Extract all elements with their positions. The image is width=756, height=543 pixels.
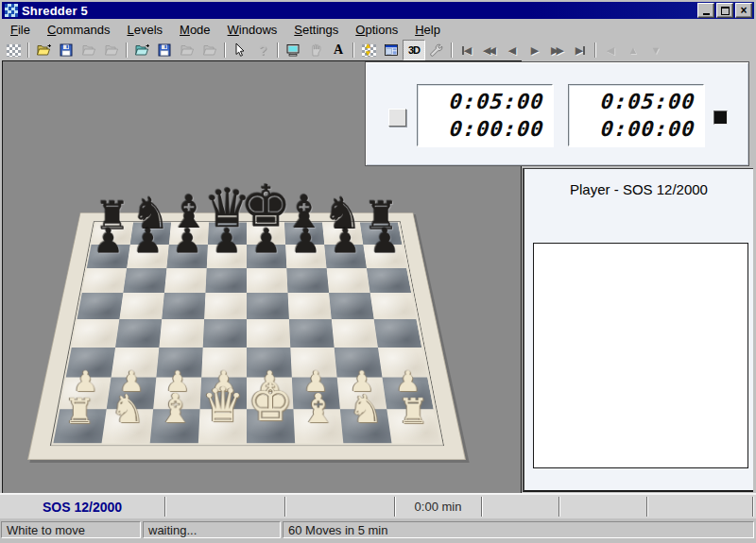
piece-white-rook[interactable]: ♜ xyxy=(398,394,429,429)
nav-first-icon: ◀ xyxy=(462,45,472,56)
menu-file[interactable]: File xyxy=(2,20,39,40)
black-side-indicator[interactable] xyxy=(713,110,728,125)
square-g6[interactable] xyxy=(327,268,370,293)
square-g5[interactable] xyxy=(329,293,374,319)
wrench-icon xyxy=(429,42,444,58)
nav-forward-fast-button[interactable]: ▶▶ xyxy=(546,40,569,60)
piece-black-pawn[interactable]: ♟ xyxy=(94,224,124,258)
square-c5[interactable] xyxy=(162,293,205,319)
piece-white-king[interactable]: ♚ xyxy=(248,378,294,429)
square-b4[interactable] xyxy=(115,319,162,348)
piece-white-knight[interactable]: ♞ xyxy=(111,390,146,429)
engine-output-bar: SOS 12/20000:00 min xyxy=(0,493,756,518)
save-game-button[interactable] xyxy=(55,40,77,60)
piece-white-queen[interactable]: ♛ xyxy=(201,381,244,428)
white-to-move-indicator[interactable] xyxy=(388,109,406,127)
nav-forward-button[interactable]: ▶ xyxy=(524,40,546,60)
engine-settings-button[interactable] xyxy=(425,40,448,60)
restore-icon xyxy=(721,7,730,15)
folder-icon xyxy=(36,42,51,58)
menu-levels[interactable]: Levels xyxy=(118,20,171,40)
flip-board-button[interactable]: ▲▼ xyxy=(357,40,380,60)
square-f6[interactable] xyxy=(286,268,329,293)
white-main-time: 0:05:00 xyxy=(449,89,546,115)
title-bar: Shredder 5 × xyxy=(2,2,754,19)
piece-cell: ♟ xyxy=(207,245,247,268)
piece-cell: ♟ xyxy=(285,245,326,268)
piece-cell: ♟ xyxy=(166,245,207,268)
square-c4[interactable] xyxy=(159,319,204,348)
restore-button[interactable] xyxy=(716,3,733,18)
flip-icon: ▲▼ xyxy=(362,44,376,57)
folder2-icon xyxy=(134,42,149,58)
nav-back-icon: ◀ xyxy=(607,45,614,56)
square-b6[interactable] xyxy=(123,268,166,293)
piece-white-rook[interactable]: ♜ xyxy=(64,394,95,429)
variation-up-button: ▲ xyxy=(622,40,644,60)
piece-black-pawn[interactable]: ♟ xyxy=(172,224,202,258)
window-layout-button[interactable] xyxy=(380,40,403,60)
square-d4[interactable] xyxy=(203,319,247,348)
piece-black-pawn[interactable]: ♟ xyxy=(251,224,282,258)
menu-windows[interactable]: Windows xyxy=(219,20,286,40)
white-clock-display: 0:05:00 0:00:00 xyxy=(417,84,553,146)
engine-segment-empty xyxy=(647,497,753,517)
piece-black-pawn[interactable]: ♟ xyxy=(369,224,400,258)
engine-window-button[interactable] xyxy=(282,40,304,60)
piece-black-pawn[interactable]: ♟ xyxy=(212,224,242,258)
open-game-button[interactable] xyxy=(32,40,55,60)
toolbar-separator xyxy=(592,42,599,59)
open-position-button[interactable] xyxy=(130,40,153,60)
select-cursor-button[interactable] xyxy=(229,40,251,60)
square-b5[interactable] xyxy=(119,293,164,319)
square-e5[interactable] xyxy=(247,293,289,319)
square-f5[interactable] xyxy=(288,293,332,319)
square-f4[interactable] xyxy=(289,319,335,348)
square-h4[interactable] xyxy=(374,319,422,348)
view-3d-button[interactable]: 3D xyxy=(403,40,425,60)
menu-commands[interactable]: Commands xyxy=(39,20,118,40)
piece-black-pawn[interactable]: ♟ xyxy=(132,224,163,258)
square-a6[interactable] xyxy=(82,268,127,293)
square-g4[interactable] xyxy=(332,319,378,348)
square-h6[interactable] xyxy=(367,268,411,293)
nav-back-button[interactable]: ◀ xyxy=(501,40,524,60)
square-a5[interactable] xyxy=(77,293,123,319)
save-position-button[interactable] xyxy=(153,40,176,60)
engine-segment-empty xyxy=(285,497,395,517)
print-game-button xyxy=(77,40,100,60)
minimize-button[interactable] xyxy=(697,3,714,18)
square-e6[interactable] xyxy=(247,268,288,293)
menu-mode[interactable]: Mode xyxy=(171,20,219,40)
menu-options[interactable]: Options xyxy=(347,20,406,40)
menu-help[interactable]: Help xyxy=(406,20,449,40)
chess-board-3d[interactable]: ♜♞♝♛♚♝♞♜♟♟♟♟♟♟♟♟♟♟♟♟♟♟♟♟♜♞♝♛♚♝♞♜ xyxy=(27,212,466,460)
piece-cell: ♟ xyxy=(87,245,130,268)
notation-font-button[interactable]: A xyxy=(327,40,350,60)
square-d5[interactable] xyxy=(204,293,247,319)
piece-white-knight[interactable]: ♞ xyxy=(349,390,384,429)
piece-black-pawn[interactable]: ♟ xyxy=(290,224,320,258)
square-c6[interactable] xyxy=(164,268,207,293)
piece-white-bishop[interactable]: ♝ xyxy=(157,388,193,429)
folder-gray-icon xyxy=(81,42,96,58)
square-a4[interactable] xyxy=(72,319,120,348)
square-h5[interactable] xyxy=(370,293,417,319)
menu-settings[interactable]: Settings xyxy=(285,20,347,40)
board-pattern-button[interactable] xyxy=(2,40,25,60)
nav-last-button[interactable]: ▶ xyxy=(569,40,592,60)
piece-black-pawn[interactable]: ♟ xyxy=(330,224,360,258)
nav-forward-icon: ▶ xyxy=(531,45,539,56)
nav-back-fast-button[interactable]: ◀◀ xyxy=(478,40,501,60)
notation-box[interactable] xyxy=(533,243,748,468)
close-button[interactable]: × xyxy=(735,3,752,18)
nav-back-icon: ◀ xyxy=(508,45,516,56)
folder-gray-icon xyxy=(104,42,119,58)
engine-segment-empty xyxy=(559,497,647,517)
square-d6[interactable] xyxy=(205,268,247,293)
square-e4[interactable] xyxy=(247,319,290,348)
layout-icon xyxy=(384,42,399,58)
piece-white-bishop[interactable]: ♝ xyxy=(300,388,335,429)
nav-first-button[interactable]: ◀ xyxy=(455,40,478,60)
monitor-icon xyxy=(285,42,301,58)
